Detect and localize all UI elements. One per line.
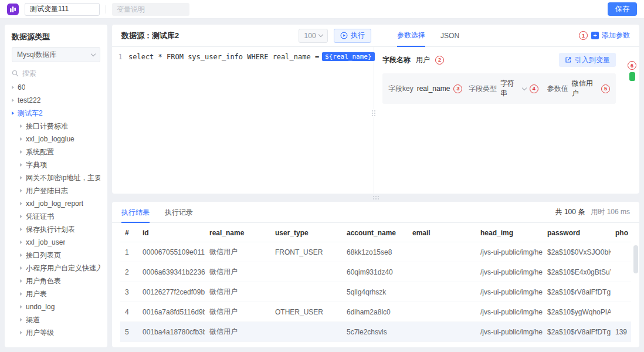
save-button[interactable]: 保存 [608, 2, 637, 16]
tree-item[interactable]: 测试车2 [12, 107, 100, 120]
datasource-sidebar: 数据源类型 Mysql数据库 60test222测试车2接口计费标准xxl_jo… [5, 25, 107, 347]
expand-arrow-icon[interactable] [12, 111, 14, 115]
expand-arrow-icon[interactable] [20, 176, 22, 180]
expand-arrow-icon[interactable] [20, 305, 22, 309]
table-row[interactable]: 1000067055109e0110e...微信用户FRONT_USER68kk… [120, 242, 631, 262]
run-button[interactable]: 执行 [334, 29, 371, 43]
panel-edge-controls: 6 [628, 61, 636, 81]
expand-arrow-icon[interactable] [20, 279, 22, 283]
table-row[interactable]: 5001ba4a18780cfb3b56...微信用户5c7le2chsvls/… [120, 322, 631, 342]
results-header: 执行结果 执行记录 共 100 条 用时 106 ms [112, 202, 639, 223]
limit-select[interactable]: 100 [299, 29, 328, 43]
tab-json[interactable]: JSON [440, 25, 459, 47]
tree-item[interactable]: 凭证证书 [12, 210, 100, 223]
tree-item[interactable]: 渠道 [12, 313, 100, 326]
plus-icon: + [591, 32, 599, 39]
tree-item[interactable]: 接口列表页 [12, 249, 100, 262]
param-value-input[interactable]: 微信用户 [572, 79, 598, 99]
table-row[interactable]: 6001c0df348a1c4f6c6f4...微信用户5xaw9jwi8utc… [120, 342, 631, 348]
table-row[interactable]: 40016a7a8fd5116d9bf0...微信用户OTHER_USER6di… [120, 302, 631, 322]
table-cell: 微信用户 [205, 282, 270, 302]
search-input[interactable] [22, 69, 87, 77]
expand-arrow-icon[interactable] [20, 266, 22, 270]
app-logo-icon [7, 4, 19, 15]
variable-name-input[interactable] [25, 3, 100, 16]
expand-arrow-icon[interactable] [20, 318, 22, 321]
tree-item[interactable]: xxl_job_user [12, 236, 100, 249]
table-cell: 微信用户 [205, 302, 270, 322]
table-cell: OTHER_USER [270, 302, 342, 322]
sql-code: select * FROM sys_user_info WHERE real_n… [128, 53, 319, 61]
expand-arrow-icon[interactable] [20, 189, 22, 192]
tree-item[interactable]: 小程序用户自定义快速入 [12, 262, 100, 275]
expand-arrow-icon[interactable] [12, 86, 14, 89]
tree-item[interactable]: 邀请用户待审核 [12, 339, 100, 340]
green-indicator-icon[interactable] [629, 72, 635, 81]
import-to-variable-button[interactable]: 引入到变量 [559, 53, 616, 67]
datasource-type-select[interactable]: Mysql数据库 [12, 47, 100, 62]
tree-item[interactable]: 接口计费标准 [12, 120, 100, 133]
table-cell: 0016a7a8fd5116d9bf0... [138, 302, 205, 322]
table-cell: 5 [120, 322, 138, 342]
table-cell: /jvs-ui-public/img/headl... [476, 342, 543, 348]
field-type-select[interactable]: 字符串 [500, 79, 519, 99]
tree-item[interactable]: 60 [12, 81, 100, 94]
expand-arrow-icon[interactable] [20, 202, 22, 205]
table-row[interactable]: 300126277f2cedf09bdfa...微信用户5qllg4qrhszk… [120, 282, 631, 302]
tab-param-select[interactable]: 参数选择 [397, 25, 425, 47]
column-header: real_name [205, 223, 270, 242]
sql-editor[interactable]: 1 select * FROM sys_user_info WHERE real… [112, 47, 374, 194]
expand-arrow-icon[interactable] [20, 124, 22, 128]
tab-exec-history[interactable]: 执行记录 [165, 202, 193, 223]
tree-item[interactable]: xxl_job_logglue [12, 133, 100, 145]
tree-item[interactable]: 用户等级 [12, 326, 100, 339]
column-header: pho [611, 223, 631, 242]
tree-item[interactable]: 用户登陆日志 [12, 184, 100, 197]
table-scrollbar[interactable] [633, 245, 638, 340]
table-cell [408, 302, 476, 322]
field-name-value: 用户 [416, 55, 430, 65]
datasource-type-value: Mysql数据库 [17, 50, 56, 60]
tree-item[interactable]: 用户角色表 [12, 275, 100, 287]
expand-arrow-icon[interactable] [20, 331, 22, 334]
scrollbar-thumb[interactable] [633, 245, 638, 273]
sql-variable-chip[interactable]: ${real_name} [322, 52, 374, 61]
table-cell: 6diham2a8lc0 [342, 302, 408, 322]
expand-arrow-icon[interactable] [20, 241, 22, 244]
table-cell [611, 282, 631, 302]
tree-item-label: 字典项 [26, 160, 47, 170]
table-cell [611, 262, 631, 282]
expand-arrow-icon[interactable] [12, 99, 14, 102]
tree-item[interactable]: 字典项 [12, 158, 100, 171]
tree-item[interactable]: 保存执行计划表 [12, 223, 100, 236]
expand-arrow-icon[interactable] [20, 163, 22, 167]
table-cell: $2a$10$rV8alFfDTg6... [543, 322, 611, 342]
tree-item[interactable]: 网关不加密ip地址，主要J [12, 171, 100, 184]
expand-arrow-icon[interactable] [20, 150, 22, 154]
tree-item[interactable]: test222 [12, 94, 100, 107]
tree-item-label: 渠道 [26, 315, 40, 325]
table-row[interactable]: 20006a639341b2236bb...微信用户60qim931dz40/j… [120, 262, 631, 282]
table-cell: /jvs-ui-public/img/headl... [476, 282, 543, 302]
expand-arrow-icon[interactable] [20, 253, 22, 257]
expand-arrow-icon[interactable] [20, 292, 22, 296]
tree-item[interactable]: 系统配置 [12, 145, 100, 158]
param-tabs: 参数选择 JSON [397, 25, 459, 47]
tab-exec-result[interactable]: 执行结果 [121, 202, 150, 223]
tree-item-label: 小程序用户自定义快速入 [26, 263, 100, 273]
tree-item[interactable]: xxl_job_log_report [12, 197, 100, 210]
panel-resize-handle-horizontal[interactable] [112, 194, 639, 202]
search-box[interactable] [12, 67, 100, 80]
tree-item[interactable]: undo_log [12, 300, 100, 313]
tree-item[interactable]: 用户表 [12, 287, 100, 300]
expand-arrow-icon[interactable] [20, 228, 22, 231]
variable-desc-input[interactable] [112, 3, 189, 16]
table-cell: $2a$10$0VxSJO0bKb... [543, 242, 611, 262]
query-editor-panel: 数据源：测试库2 100 执行 参数选择 JSON 1 + [112, 25, 639, 194]
column-header: account_name [342, 223, 408, 242]
add-param-button[interactable]: + 添加参数 [591, 31, 630, 40]
tree-item-label: 接口列表页 [26, 251, 61, 260]
annotation-4: 4 [530, 84, 538, 93]
expand-arrow-icon[interactable] [20, 137, 22, 141]
expand-arrow-icon[interactable] [20, 215, 22, 218]
